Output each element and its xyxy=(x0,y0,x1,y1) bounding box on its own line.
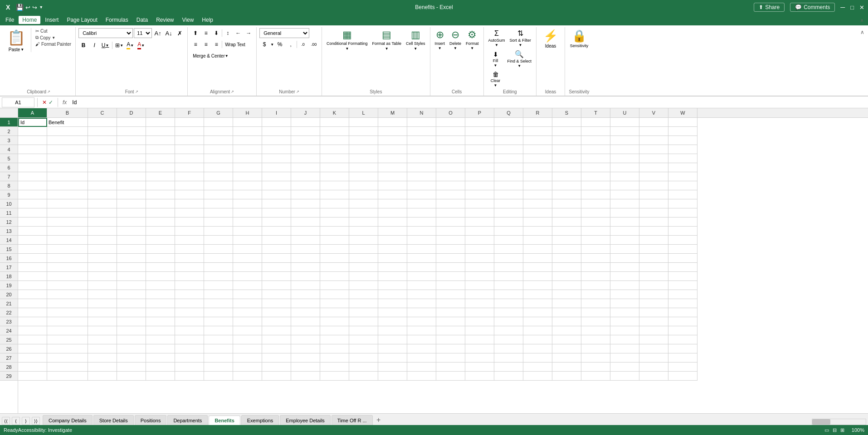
cell-O14[interactable] xyxy=(436,236,465,245)
cell-L25[interactable] xyxy=(349,335,378,344)
cell-E19[interactable] xyxy=(146,281,175,290)
cell-W23[interactable] xyxy=(668,317,697,326)
cell-Q12[interactable] xyxy=(494,218,523,227)
cell-W29[interactable] xyxy=(668,372,697,381)
cell-V11[interactable] xyxy=(639,208,668,218)
cell-Q26[interactable] xyxy=(494,344,523,353)
tab-time-off[interactable]: Time Off R ... xyxy=(332,415,373,425)
cell-F12[interactable] xyxy=(175,218,204,227)
cell-L1[interactable] xyxy=(349,118,378,127)
cell-U19[interactable] xyxy=(610,281,639,290)
cell-B6[interactable] xyxy=(47,163,88,172)
cell-P12[interactable] xyxy=(465,218,494,227)
cell-E8[interactable] xyxy=(146,181,175,190)
align-center-button[interactable]: ≡ xyxy=(201,39,211,49)
cell-L22[interactable] xyxy=(349,308,378,317)
cell-P5[interactable] xyxy=(465,154,494,163)
cell-K21[interactable] xyxy=(320,299,349,308)
close-button[interactable]: ✕ xyxy=(859,4,864,11)
cell-K3[interactable] xyxy=(320,136,349,145)
cell-K19[interactable] xyxy=(320,281,349,290)
cell-Q24[interactable] xyxy=(494,326,523,335)
cell-F24[interactable] xyxy=(175,326,204,335)
cell-K6[interactable] xyxy=(320,163,349,172)
cell-E4[interactable] xyxy=(146,145,175,154)
cell-N27[interactable] xyxy=(407,353,436,362)
col-header-F[interactable]: F xyxy=(175,108,204,117)
cell-P21[interactable] xyxy=(465,299,494,308)
cell-T23[interactable] xyxy=(581,317,610,326)
cell-H24[interactable] xyxy=(233,326,262,335)
cell-F9[interactable] xyxy=(175,190,204,199)
cell-A6[interactable] xyxy=(18,163,47,172)
cell-W14[interactable] xyxy=(668,236,697,245)
cell-P11[interactable] xyxy=(465,208,494,218)
cell-D13[interactable] xyxy=(117,227,146,236)
cell-G1[interactable] xyxy=(204,118,233,127)
cell-V2[interactable] xyxy=(639,127,668,136)
cell-F4[interactable] xyxy=(175,145,204,154)
cell-R6[interactable] xyxy=(523,163,552,172)
cell-D24[interactable] xyxy=(117,326,146,335)
cell-I18[interactable] xyxy=(262,272,291,281)
cell-H15[interactable] xyxy=(233,245,262,254)
col-header-W[interactable]: W xyxy=(668,108,697,117)
cell-P19[interactable] xyxy=(465,281,494,290)
cell-E26[interactable] xyxy=(146,344,175,353)
cell-C8[interactable] xyxy=(88,181,117,190)
cell-F2[interactable] xyxy=(175,127,204,136)
cell-reference-box[interactable] xyxy=(2,97,34,107)
row-header-12[interactable]: 12 xyxy=(0,218,18,227)
cell-R13[interactable] xyxy=(523,227,552,236)
menu-view[interactable]: View xyxy=(179,16,198,24)
cell-K29[interactable] xyxy=(320,372,349,381)
tab-employee-details[interactable]: Employee Details xyxy=(280,415,331,425)
cell-M24[interactable] xyxy=(378,326,407,335)
cell-K27[interactable] xyxy=(320,353,349,362)
cell-J21[interactable] xyxy=(291,299,320,308)
cell-H10[interactable] xyxy=(233,199,262,208)
text-direction-button[interactable]: ↕ xyxy=(223,28,233,38)
cell-G17[interactable] xyxy=(204,263,233,272)
cell-C1[interactable] xyxy=(88,118,117,127)
cell-C3[interactable] xyxy=(88,136,117,145)
cell-I5[interactable] xyxy=(262,154,291,163)
cell-R29[interactable] xyxy=(523,372,552,381)
row-header-6[interactable]: 6 xyxy=(0,163,18,172)
font-expand-icon[interactable]: ↗ xyxy=(135,90,138,94)
cell-G7[interactable] xyxy=(204,172,233,181)
menu-home[interactable]: Home xyxy=(19,16,40,24)
cell-Q7[interactable] xyxy=(494,172,523,181)
cell-N20[interactable] xyxy=(407,290,436,299)
align-left-button[interactable]: ≡ xyxy=(190,39,200,49)
cell-L9[interactable] xyxy=(349,190,378,199)
cell-V5[interactable] xyxy=(639,154,668,163)
tab-positions[interactable]: Positions xyxy=(135,415,167,425)
cell-I13[interactable] xyxy=(262,227,291,236)
cell-L6[interactable] xyxy=(349,163,378,172)
cell-K14[interactable] xyxy=(320,236,349,245)
cell-A12[interactable] xyxy=(18,218,47,227)
cell-O15[interactable] xyxy=(436,245,465,254)
cell-R27[interactable] xyxy=(523,353,552,362)
col-header-I[interactable]: I xyxy=(262,108,291,117)
cell-Q8[interactable] xyxy=(494,181,523,190)
cell-P13[interactable] xyxy=(465,227,494,236)
underline-dropdown[interactable]: ▼ xyxy=(106,44,109,48)
quick-access-undo[interactable]: ↩ xyxy=(25,4,30,11)
cell-O13[interactable] xyxy=(436,227,465,236)
cell-R11[interactable] xyxy=(523,208,552,218)
cell-J7[interactable] xyxy=(291,172,320,181)
cell-G29[interactable] xyxy=(204,372,233,381)
cell-K10[interactable] xyxy=(320,199,349,208)
cell-U29[interactable] xyxy=(610,372,639,381)
cell-I8[interactable] xyxy=(262,181,291,190)
cell-O19[interactable] xyxy=(436,281,465,290)
cell-C16[interactable] xyxy=(88,254,117,263)
cell-V18[interactable] xyxy=(639,272,668,281)
cell-D28[interactable] xyxy=(117,362,146,372)
cell-N2[interactable] xyxy=(407,127,436,136)
cell-U20[interactable] xyxy=(610,290,639,299)
cell-M6[interactable] xyxy=(378,163,407,172)
cell-G26[interactable] xyxy=(204,344,233,353)
